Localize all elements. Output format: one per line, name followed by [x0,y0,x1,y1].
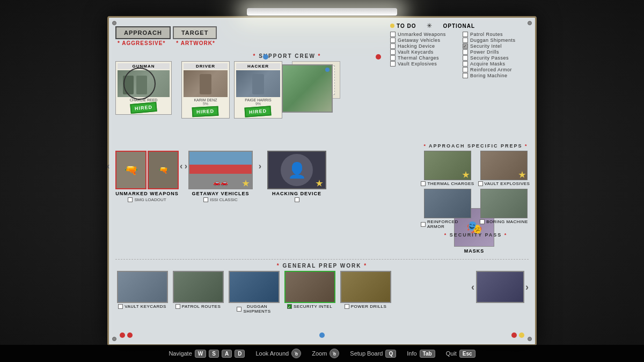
hacker-face: 👤 [281,154,313,186]
checkbox-patrol[interactable] [463,32,468,37]
security-pass-next-btn[interactable]: › [525,282,529,293]
boring-photo [480,189,528,218]
look-around-label: Look Around [255,350,289,357]
key-tab[interactable]: Tab [420,350,435,358]
hacker-face-icon: 👤 [288,161,306,179]
power-drills-card: Power Drills [339,271,392,309]
todo-item-reinforced: Reinforced Armor [463,67,530,72]
target-button[interactable]: TARGET [173,26,217,39]
todo-item-security-intel: Security Intel [463,43,530,49]
approach-preps-header: APPROACH SPECIFIC PREPS [421,143,531,149]
checkbox-boring[interactable] [463,73,468,78]
vehicles-label: GETAWAY VEHICLES [188,191,253,196]
checkbox-acquire-masks[interactable] [463,61,468,67]
board-pins-row [263,54,381,60]
hacking-pin [316,180,323,187]
patrol-routes-checkbox[interactable] [175,304,180,309]
todo-label: TO DO [390,23,416,29]
checkbox-getaway[interactable] [390,38,396,43]
hacker-pct: 9% [255,102,261,106]
bottom-pins-right [511,333,524,338]
navigate-item: Navigate W S A D [169,350,245,358]
checkbox-security-passes[interactable] [463,55,468,61]
patrol-routes-label: Patrol Routes [182,304,221,309]
security-pass-photo [476,271,524,303]
divider-general [115,259,529,260]
duggan-card: DugganShipments [227,271,281,314]
weapons-sub-row: SMG LOADOUT [115,197,179,202]
pin-red-right [376,54,381,60]
weapons-checkbox[interactable] [128,197,133,202]
todo-item-hacking: Hacking Device [390,43,457,49]
vault-exp-checkbox[interactable] [478,181,483,186]
vehicles-checkbox[interactable] [203,197,208,202]
boring-checkbox[interactable] [480,219,485,224]
driver-hired-stamp: HIRED [192,106,219,117]
weapon-icon-1: 🔫 [125,164,138,176]
checkbox-reinforced[interactable] [463,67,468,72]
approach-target-buttons: APPROACH TARGET [115,26,217,39]
todo-item-acquire-masks: Acquire Masks [463,61,530,67]
checkbox-unmarked[interactable] [390,32,396,37]
patrol-routes-photo [173,271,224,303]
subtitle-row: AGGRESSIVE ARTWORK [118,40,217,46]
security-intel-checkbox[interactable] [287,304,292,309]
driver-pct: 5% [203,102,208,106]
vault-keycards-card: Vault Keycards [115,271,169,309]
support-crew-section: SUPPORT CREW GUNMAN CHARLIE REED HIRED [115,51,459,119]
reinforced-label-row: Reinforced Armor [421,219,474,229]
vehicles-prev-btn[interactable]: ‹ [180,161,182,171]
weapons-next-icon: › [185,161,187,171]
thermal-checkbox[interactable] [421,181,426,186]
security-intel-card: Security Intel [283,271,336,309]
driver-name: KARIM DENZ [184,98,228,102]
weapons-prev-btn[interactable]: ‹ [107,161,109,171]
hacker-title: HACKER [236,63,280,69]
zoom-item: Zoom 🖱 [312,349,339,358]
hacker-card: HACKER PAIGE HARRIS 9% HIRED [234,61,282,119]
vault-exp-photo [480,151,528,180]
todo-item-power-drills: Power Drills [463,49,530,55]
checkbox-power-drills[interactable] [463,49,468,55]
vault-exp-pin [518,171,526,179]
checkbox-duggan[interactable] [463,38,468,43]
weapons-next-btn[interactable]: › [185,161,187,171]
checkbox-hacking[interactable] [390,43,396,49]
checkbox-security-intel[interactable] [463,43,468,49]
vehicles-next-btn[interactable]: › [259,161,261,171]
vault-exp-label-row: Vault Explosives [478,181,530,186]
power-drills-label: Power Drills [351,304,386,309]
todo-item-getaway: Getaway Vehicles [390,38,457,43]
approach-button[interactable]: APPROACH [115,26,171,39]
key-esc[interactable]: Esc [459,350,475,358]
duggan-photo [229,271,280,303]
hacker-photo [236,70,280,97]
key-d[interactable]: D [235,350,245,358]
todo-item-duggan: Duggan Shipments [463,38,530,43]
driver-figure [200,74,211,94]
hacking-sub-row [267,197,326,202]
vehicles-column: 🚗🚗 GETAWAY VEHICLES ISSI CLASSIC ‹ › [188,151,253,202]
hacking-column: 👤 HACKING DEVICE [267,151,326,202]
approach-preps-section: APPROACH SPECIFIC PREPS Thermal Charges [421,141,531,240]
key-s[interactable]: S [209,350,219,358]
weapons-prev-icon: ‹ [107,161,109,171]
preps-grid: Thermal Charges Vault Explosives [421,151,531,229]
general-prep-header: GENERAL PREP WORK [115,263,529,269]
power-drills-checkbox[interactable] [345,304,349,309]
hacker-hired-stamp: HIRED [245,106,272,117]
key-w[interactable]: W [195,350,206,358]
vault-keycards-checkbox[interactable] [118,304,123,309]
key-a[interactable]: A [222,350,232,358]
key-q[interactable]: Q [385,350,396,358]
weapons-photos: 🔫 🔫 [115,151,179,189]
reinforced-checkbox[interactable] [421,222,426,227]
duggan-checkbox[interactable] [237,307,241,312]
hacking-checkbox[interactable] [295,197,299,202]
thermal-prep: Thermal Charges [421,151,474,186]
key-mouse-look[interactable]: 🖱 [291,349,301,358]
key-mouse-zoom[interactable]: 🖱 [330,349,339,358]
optional-label: OPTIONAL [443,23,475,29]
crew-cards: GUNMAN CHARLIE REED HIRED [115,61,459,119]
map-photo [282,64,333,113]
